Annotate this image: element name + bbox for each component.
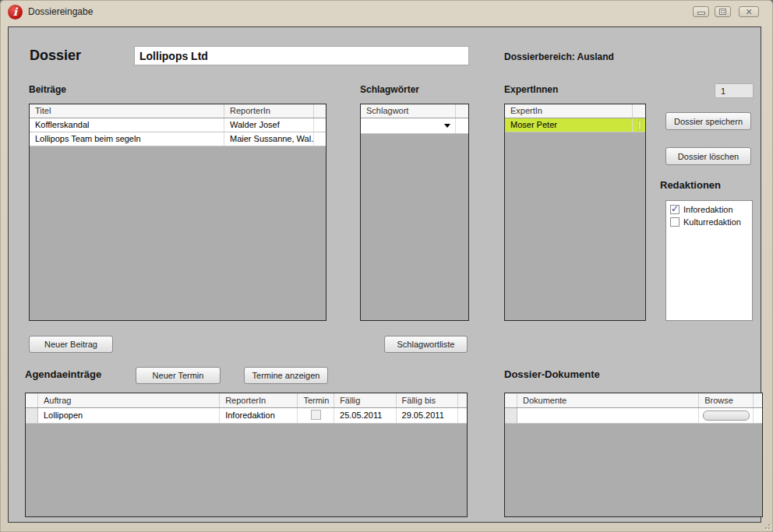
- row-selector-header: [26, 393, 38, 407]
- dokumente-grid: Dokumente Browse: [504, 393, 763, 517]
- redaktion-item[interactable]: Inforedaktion: [666, 203, 752, 216]
- schlagwoerter-heading: Schlagwörter: [360, 84, 419, 95]
- expertinnen-heading: ExpertInnen: [504, 84, 558, 95]
- beitraege-grid: Titel ReporterIn Kofflerskandal Walder J…: [29, 104, 326, 321]
- close-button[interactable]: ✕: [739, 6, 759, 17]
- expert-count-field[interactable]: [715, 83, 754, 98]
- inforedaktion-label: Inforedaktion: [683, 205, 733, 214]
- dossier-loeschen-button[interactable]: Dossier löschen: [665, 147, 751, 165]
- neuer-termin-button[interactable]: Neuer Termin: [136, 367, 221, 384]
- column-header-dokumente[interactable]: Dokumente: [517, 393, 699, 407]
- column-header-expertin[interactable]: ExpertIn: [505, 104, 633, 118]
- dossier-label: Dossier: [30, 48, 81, 64]
- schlagwortliste-button[interactable]: Schlagwortliste: [384, 336, 468, 353]
- cell-titel[interactable]: Kofflerskandal: [30, 118, 224, 132]
- dokumente-grid-header: Dokumente Browse: [505, 393, 762, 408]
- kulturredaktion-checkbox[interactable]: [670, 217, 679, 227]
- row-selector-header: [505, 393, 517, 407]
- row-selector[interactable]: [26, 408, 38, 423]
- window-title: Dossiereingabe: [28, 1, 93, 23]
- resize-grip[interactable]: [762, 521, 770, 529]
- redaktionen-listbox: Inforedaktion Kulturredaktion: [665, 200, 753, 321]
- agenda-row[interactable]: Lollipopen Inforedaktion 25.05.2011 29.0…: [26, 408, 467, 424]
- cell-expertin[interactable]: Moser Peter: [505, 118, 633, 132]
- column-header-titel[interactable]: Titel: [30, 104, 224, 118]
- cell-dokument[interactable]: [517, 408, 699, 423]
- dossier-name-input[interactable]: [134, 46, 469, 65]
- neuer-beitrag-button[interactable]: Neuer Beitrag: [29, 336, 113, 353]
- row-indicator: [638, 120, 641, 130]
- agenda-heading: Agendaeinträge: [25, 368, 101, 380]
- cell-faellig[interactable]: 25.05.2011: [334, 408, 396, 423]
- browse-button[interactable]: [703, 410, 750, 421]
- chevron-down-icon[interactable]: [444, 124, 450, 128]
- schlagwoerter-grid-header: Schlagwort: [361, 104, 468, 118]
- termine-anzeigen-button[interactable]: Termine anzeigen: [244, 367, 328, 384]
- cell-auftrag[interactable]: Lollipopen: [38, 408, 220, 423]
- dossier-speichern-button[interactable]: Dossier speichern: [665, 112, 751, 130]
- beitraege-row[interactable]: Lollipops Team beim segeln Maier Sussann…: [30, 132, 326, 146]
- minimize-button[interactable]: [693, 6, 709, 17]
- column-header-reporterin[interactable]: ReporterIn: [224, 104, 314, 118]
- beitraege-grid-header: Titel ReporterIn: [30, 104, 326, 118]
- termin-checkbox[interactable]: [311, 410, 321, 420]
- cell-reporterin[interactable]: Walder Josef: [224, 118, 314, 132]
- column-header-browse[interactable]: Browse: [699, 393, 754, 407]
- app-window: i Dossiereingabe ✕ Dossier Dossierbereic…: [0, 0, 773, 532]
- minimize-icon: [697, 12, 705, 15]
- cell-faellig-bis[interactable]: 29.05.2011: [397, 408, 458, 423]
- agenda-grid: Auftrag ReporterIn Termin Fällig Fällig …: [25, 393, 468, 517]
- schlagwort-combobox[interactable]: [361, 118, 456, 133]
- expertinnen-row-selected[interactable]: Moser Peter: [505, 118, 645, 132]
- form-client-area: Dossier Dossierbereich: Ausland Beiträge…: [8, 26, 761, 523]
- redaktion-item[interactable]: Kulturredaktion: [666, 216, 752, 228]
- expertinnen-grid-header: ExpertIn: [505, 104, 645, 118]
- app-info-icon: i: [8, 5, 23, 19]
- cell-termin[interactable]: [298, 408, 334, 423]
- cell-titel[interactable]: Lollipops Team beim segeln: [30, 132, 224, 146]
- column-header-filler: [314, 104, 326, 118]
- dokumente-heading: Dossier-Dokumente: [504, 368, 600, 380]
- kulturredaktion-label: Kulturredaktion: [683, 217, 741, 227]
- maximize-icon: [719, 9, 726, 15]
- column-header-termin[interactable]: Termin: [298, 393, 334, 407]
- close-icon: ✕: [745, 7, 752, 16]
- dossierbereich-text: Dossierbereich: Ausland: [504, 51, 614, 62]
- maximize-button[interactable]: [715, 6, 731, 17]
- beitraege-heading: Beiträge: [29, 84, 66, 95]
- beitraege-row[interactable]: Kofflerskandal Walder Josef: [30, 118, 326, 132]
- cell-browse: [699, 408, 754, 423]
- column-header-schlagwort[interactable]: Schlagwort: [361, 104, 456, 118]
- title-bar[interactable]: i Dossiereingabe ✕: [1, 1, 772, 23]
- schlagwort-row[interactable]: [361, 118, 468, 134]
- agenda-grid-header: Auftrag ReporterIn Termin Fällig Fällig …: [26, 393, 467, 408]
- cell-reporterin[interactable]: Inforedaktion: [220, 408, 298, 423]
- column-header-reporterin[interactable]: ReporterIn: [220, 393, 298, 407]
- dokumente-row[interactable]: [505, 408, 762, 424]
- cell-reporterin[interactable]: Maier Sussanne, Wal...: [224, 132, 314, 146]
- column-header-auftrag[interactable]: Auftrag: [38, 393, 220, 407]
- column-header-faellig[interactable]: Fällig: [334, 393, 396, 407]
- inforedaktion-checkbox[interactable]: [670, 205, 679, 214]
- expertinnen-grid: ExpertIn Moser Peter: [504, 104, 646, 321]
- row-selector[interactable]: [505, 408, 517, 423]
- schlagwoerter-grid: Schlagwort: [360, 104, 469, 321]
- column-header-faellig-bis[interactable]: Fällig bis: [397, 393, 458, 407]
- redaktionen-heading: Redaktionen: [660, 179, 721, 191]
